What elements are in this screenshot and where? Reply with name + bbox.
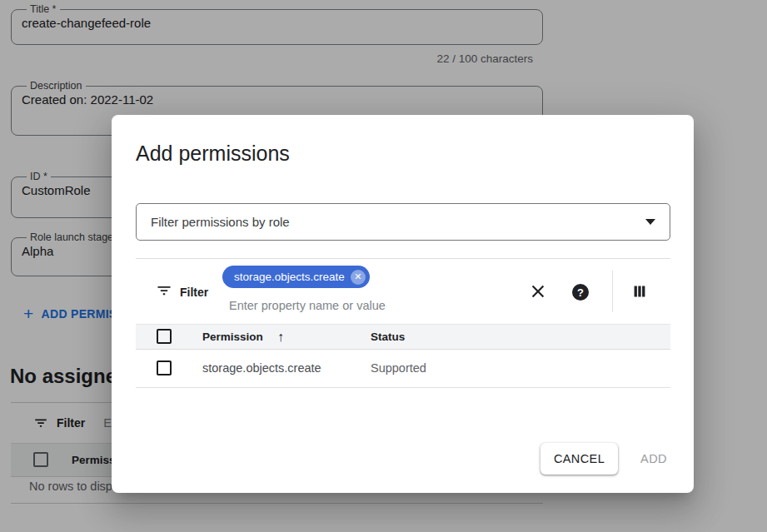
row-checkbox[interactable] bbox=[157, 360, 172, 375]
column-permission[interactable]: Permission bbox=[202, 325, 263, 350]
help-icon[interactable]: ? bbox=[572, 284, 589, 301]
chevron-down-icon bbox=[645, 219, 655, 225]
sort-ascending-icon[interactable]: ↑ bbox=[277, 325, 284, 349]
filter-chip[interactable]: storage.objects.create ✕ bbox=[222, 266, 370, 288]
clear-filters-icon[interactable] bbox=[529, 282, 547, 301]
cell-permission: storage.objects.create bbox=[202, 350, 321, 387]
add-permissions-dialog: Add permissions Filter permissions by ro… bbox=[112, 115, 694, 493]
add-button[interactable]: ADD bbox=[632, 443, 675, 475]
column-display-icon[interactable] bbox=[630, 282, 649, 301]
dialog-table-header: Permission ↑ Status bbox=[136, 324, 670, 350]
cell-status: Supported bbox=[371, 350, 426, 387]
role-filter-placeholder: Filter permissions by role bbox=[151, 215, 290, 229]
dialog-title: Add permissions bbox=[136, 142, 290, 166]
chip-remove-icon[interactable]: ✕ bbox=[351, 270, 366, 285]
filter-list-icon bbox=[156, 282, 172, 299]
dialog-filter-bar: Filter storage.objects.create ✕ Enter pr… bbox=[136, 259, 670, 324]
role-filter-dropdown[interactable]: Filter permissions by role bbox=[136, 203, 670, 241]
dialog-filter-input[interactable]: Enter property name or value bbox=[229, 299, 386, 312]
cancel-button[interactable]: CANCEL bbox=[540, 443, 618, 475]
filter-chip-label: storage.objects.create bbox=[234, 271, 345, 283]
toolbar-divider bbox=[612, 271, 613, 312]
dialog-filter-label: Filter bbox=[180, 286, 208, 299]
permissions-table-card: Filter storage.objects.create ✕ Enter pr… bbox=[136, 258, 670, 388]
table-row[interactable]: storage.objects.create Supported bbox=[136, 350, 670, 388]
select-all-checkbox[interactable] bbox=[157, 329, 172, 344]
column-status[interactable]: Status bbox=[371, 325, 405, 350]
